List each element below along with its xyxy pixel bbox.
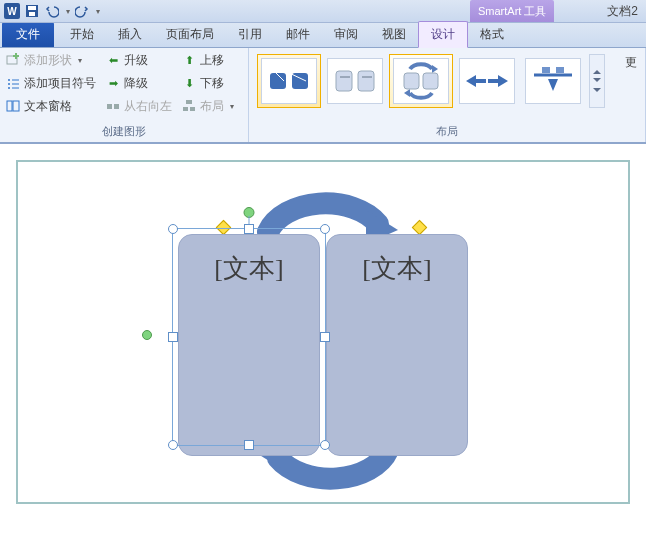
text-pane-icon bbox=[6, 99, 20, 113]
demote-button[interactable]: ➡ 降级 bbox=[106, 73, 172, 93]
rtl-label: 从右向左 bbox=[124, 98, 172, 115]
svg-rect-36 bbox=[556, 67, 564, 73]
layout-option-1[interactable] bbox=[257, 54, 321, 108]
layout-option-3[interactable] bbox=[389, 54, 453, 108]
smartart-shape-a[interactable]: [文本] bbox=[178, 234, 320, 456]
svg-rect-14 bbox=[107, 104, 112, 109]
canvas-handle-top[interactable] bbox=[311, 160, 335, 162]
add-shape-icon bbox=[6, 53, 20, 67]
svg-rect-1 bbox=[28, 6, 36, 10]
svg-rect-23 bbox=[336, 71, 352, 91]
tab-format[interactable]: 格式 bbox=[468, 22, 516, 47]
add-shape-button[interactable]: 添加形状 ▾ bbox=[6, 50, 96, 70]
svg-rect-17 bbox=[183, 107, 188, 111]
group-layouts: 更 布局 bbox=[249, 48, 646, 142]
promote-button[interactable]: ⬅ 升级 bbox=[106, 50, 172, 70]
scroll-up-icon bbox=[593, 70, 601, 74]
expand-gallery-icon bbox=[593, 88, 601, 92]
tab-home[interactable]: 开始 bbox=[58, 22, 106, 47]
group-label-create: 创建图形 bbox=[6, 122, 242, 142]
svg-rect-24 bbox=[358, 71, 374, 91]
shape-a-text: [文本] bbox=[214, 251, 283, 286]
svg-rect-16 bbox=[186, 100, 192, 104]
rtl-button[interactable]: 从右向左 bbox=[106, 96, 172, 116]
adjust-handle[interactable] bbox=[412, 220, 428, 236]
svg-marker-32 bbox=[488, 75, 508, 87]
document-title: 文档2 bbox=[607, 3, 638, 20]
svg-rect-18 bbox=[190, 107, 195, 111]
more-button[interactable]: 更 bbox=[617, 50, 639, 71]
svg-point-6 bbox=[8, 79, 10, 81]
tab-page-layout[interactable]: 页面布局 bbox=[154, 22, 226, 47]
add-bullet-button[interactable]: 添加项目符号 bbox=[6, 73, 96, 93]
svg-marker-34 bbox=[548, 79, 558, 91]
app-icon[interactable]: W bbox=[4, 3, 20, 19]
resize-handle-lm[interactable] bbox=[168, 332, 178, 342]
layout-option-2[interactable] bbox=[323, 54, 387, 108]
layout-button[interactable]: 布局 ▾ bbox=[182, 96, 234, 116]
tab-view[interactable]: 视图 bbox=[370, 22, 418, 47]
tab-references[interactable]: 引用 bbox=[226, 22, 274, 47]
canvas-handle-bottom[interactable] bbox=[311, 502, 335, 504]
layout-label: 布局 bbox=[200, 98, 224, 115]
text-pane-button[interactable]: 文本窗格 bbox=[6, 96, 96, 116]
layout-option-5[interactable] bbox=[521, 54, 585, 108]
svg-rect-13 bbox=[13, 101, 19, 111]
document-area: [文本] [文本] bbox=[0, 144, 646, 520]
move-up-button[interactable]: ⬆ 上移 bbox=[182, 50, 234, 70]
gallery-scroll[interactable] bbox=[589, 54, 605, 108]
svg-rect-2 bbox=[29, 12, 35, 16]
ribbon-tabs: 文件 开始 插入 页面布局 引用 邮件 审阅 视图 设计 格式 bbox=[0, 23, 646, 48]
svg-marker-28 bbox=[404, 89, 410, 97]
svg-marker-27 bbox=[432, 65, 438, 73]
tab-insert[interactable]: 插入 bbox=[106, 22, 154, 47]
add-shape-label: 添加形状 bbox=[24, 52, 72, 69]
move-down-icon: ⬇ bbox=[182, 76, 196, 90]
resize-handle-bl[interactable] bbox=[168, 440, 178, 450]
canvas-handle-right[interactable] bbox=[628, 320, 630, 344]
layout-option-4[interactable] bbox=[455, 54, 519, 108]
svg-marker-31 bbox=[466, 75, 486, 87]
group-create-graphic: 添加形状 ▾ 添加项目符号 文本窗格 ⬅ bbox=[0, 48, 249, 142]
tab-review[interactable]: 审阅 bbox=[322, 22, 370, 47]
svg-rect-35 bbox=[542, 67, 550, 73]
demote-icon: ➡ bbox=[106, 76, 120, 90]
qat-customize-icon[interactable]: ▾ bbox=[96, 7, 100, 16]
ribbon: 添加形状 ▾ 添加项目符号 文本窗格 ⬅ bbox=[0, 48, 646, 144]
chevron-down-icon: ▾ bbox=[78, 56, 82, 65]
layout-gallery bbox=[255, 50, 607, 112]
svg-rect-29 bbox=[404, 73, 419, 89]
contextual-tab-label: SmartArt 工具 bbox=[470, 0, 554, 22]
move-down-button[interactable]: ⬇ 下移 bbox=[182, 73, 234, 93]
title-bar: W ▾ ▾ SmartArt 工具 文档2 bbox=[0, 0, 646, 23]
svg-rect-15 bbox=[114, 104, 119, 109]
rotation-anchor[interactable] bbox=[142, 330, 152, 340]
svg-rect-30 bbox=[423, 73, 438, 89]
smartart-shape-b[interactable]: [文本] bbox=[326, 234, 468, 456]
resize-handle-tl[interactable] bbox=[168, 224, 178, 234]
group-label-layouts: 布局 bbox=[255, 122, 639, 142]
undo-icon[interactable] bbox=[44, 3, 60, 19]
promote-icon: ⬅ bbox=[106, 53, 120, 67]
canvas-handle-left[interactable] bbox=[16, 320, 18, 344]
svg-rect-12 bbox=[7, 101, 12, 111]
tab-mailings[interactable]: 邮件 bbox=[274, 22, 322, 47]
shape-b-text: [文本] bbox=[362, 251, 431, 286]
adjust-handle[interactable] bbox=[216, 220, 232, 236]
save-icon[interactable] bbox=[24, 3, 40, 19]
add-bullet-icon bbox=[6, 76, 20, 90]
demote-label: 降级 bbox=[124, 75, 148, 92]
tab-design[interactable]: 设计 bbox=[418, 21, 468, 48]
redo-icon[interactable] bbox=[74, 3, 90, 19]
add-bullet-label: 添加项目符号 bbox=[24, 75, 96, 92]
text-pane-label: 文本窗格 bbox=[24, 98, 72, 115]
smartart-canvas[interactable]: [文本] [文本] bbox=[16, 160, 630, 504]
undo-dropdown-icon[interactable]: ▾ bbox=[66, 7, 70, 16]
move-down-label: 下移 bbox=[200, 75, 224, 92]
tab-file[interactable]: 文件 bbox=[2, 22, 54, 47]
layout-icon bbox=[182, 99, 196, 113]
chevron-down-icon: ▾ bbox=[230, 102, 234, 111]
rtl-icon bbox=[106, 99, 120, 113]
scroll-down-icon bbox=[593, 78, 601, 82]
svg-point-8 bbox=[8, 83, 10, 85]
